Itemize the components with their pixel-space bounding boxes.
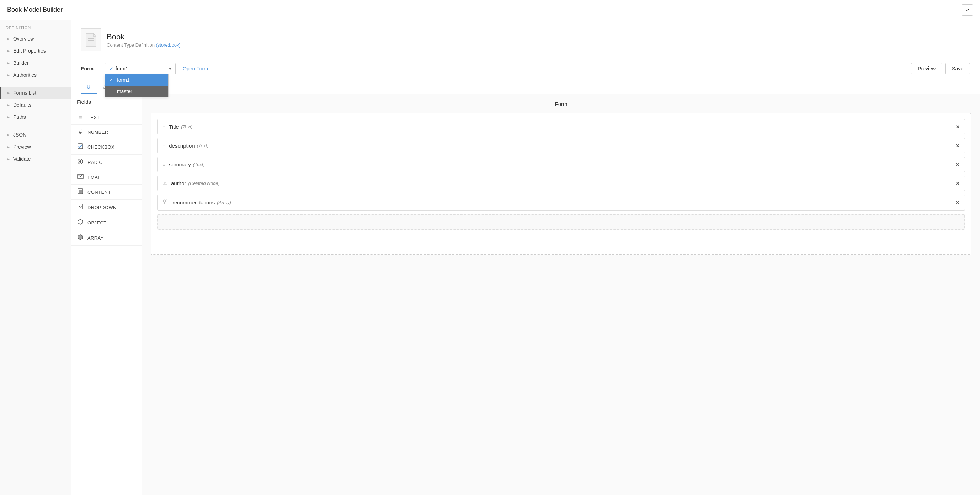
selected-option-label: form1 [116, 66, 128, 72]
sidebar-item-paths[interactable]: ► Paths [0, 111, 71, 123]
remove-field-button[interactable]: ✕ [956, 200, 960, 205]
form-dropdown[interactable]: ✓ form1 ▼ ✓ form1 ✓ master [105, 63, 176, 74]
field-name: recommendations [172, 199, 215, 205]
radio-icon [77, 159, 84, 166]
field-item-object[interactable]: OBJECT [71, 215, 142, 231]
table-row[interactable]: ≡ description (Text) ✕ [157, 138, 965, 153]
expand-icon: ↗ [965, 7, 969, 13]
field-item-text[interactable]: TEXT [71, 110, 142, 125]
app-title: Book Model Builder [7, 6, 63, 14]
svg-rect-11 [78, 204, 83, 209]
svg-point-5 [79, 161, 81, 162]
number-icon [77, 129, 84, 135]
table-row[interactable]: author (Related Node) ✕ [157, 176, 965, 191]
chevron-icon: ► [7, 61, 10, 65]
field-item-radio[interactable]: RADIO [71, 155, 142, 170]
svg-marker-13 [78, 235, 83, 240]
field-item-checkbox[interactable]: CHECKBOX [71, 139, 142, 155]
drag-handle-icon: ≡ [162, 162, 165, 167]
svg-point-18 [163, 200, 165, 202]
field-type: (Text) [193, 162, 205, 167]
table-row[interactable]: ≡ summary (Text) ✕ [157, 157, 965, 172]
svg-marker-12 [78, 220, 83, 224]
field-item-array[interactable]: ARRAY [71, 231, 142, 246]
sidebar-item-overview[interactable]: ► Overview [0, 33, 71, 45]
expand-button[interactable]: ↗ [961, 4, 973, 16]
sidebar-item-defaults[interactable]: ► Defaults [0, 99, 71, 111]
tab-ui[interactable]: UI [81, 80, 97, 94]
text-icon [77, 114, 84, 121]
preview-button[interactable]: Preview [911, 63, 942, 74]
field-item-dropdown[interactable]: DROPDOWN [71, 200, 142, 215]
field-item-content[interactable]: CONTENT [71, 185, 142, 200]
field-label: CHECKBOX [88, 144, 115, 150]
form-panel: Form ≡ Title (Text) ✕ ≡ description (Tex… [142, 94, 980, 495]
sidebar-item-label: Overview [13, 36, 34, 41]
field-label: TEXT [88, 115, 100, 120]
sidebar-item-validate[interactable]: ► Validate [0, 153, 71, 165]
sidebar-item-forms-list[interactable]: ► Forms List [0, 87, 71, 99]
chevron-icon: ► [7, 49, 10, 53]
chevron-icon: ► [7, 145, 10, 149]
field-name: summary [169, 161, 191, 167]
drag-handle-icon [162, 199, 169, 206]
sidebar: DEFINITION ► Overview ► Edit Properties … [0, 20, 71, 495]
chevron-icon: ► [7, 37, 10, 41]
field-label: CONTENT [88, 189, 111, 195]
sidebar-item-label: Validate [13, 156, 31, 162]
dropdown-icon [77, 204, 84, 211]
field-name: author [171, 180, 186, 186]
sidebar-item-label: Edit Properties [13, 48, 46, 54]
field-type: (Text) [197, 143, 209, 148]
remove-field-button[interactable]: ✕ [956, 162, 960, 167]
object-icon [77, 219, 84, 226]
save-button[interactable]: Save [945, 63, 970, 74]
field-type: (Text) [181, 124, 193, 129]
checkbox-icon [77, 143, 84, 150]
chevron-icon: ► [7, 115, 10, 119]
form-dropdown-menu: ✓ form1 ✓ master [105, 74, 169, 97]
sidebar-section-label: DEFINITION [0, 25, 71, 33]
content-type-icon [81, 29, 101, 51]
fields-panel: Fields TEXT NUMBER CHECKBOX [71, 94, 142, 495]
sidebar-item-json[interactable]: ► JSON [0, 129, 71, 141]
form-drop-area[interactable]: ≡ Title (Text) ✕ ≡ description (Text) ✕ [151, 113, 972, 255]
chevron-icon: ► [7, 157, 10, 161]
chevron-icon: ► [7, 103, 10, 107]
field-label: RADIO [88, 160, 103, 165]
field-label: DROPDOWN [88, 205, 117, 210]
field-name: Title [169, 124, 179, 130]
content-type-info: Book Content Type Definition (store:book… [107, 32, 181, 48]
dropdown-option-form1[interactable]: ✓ form1 [105, 74, 168, 86]
form-panel-header: Form [151, 101, 972, 107]
main-content: Book Content Type Definition (store:book… [71, 20, 980, 495]
remove-field-button[interactable]: ✕ [956, 124, 960, 130]
sidebar-item-authorities[interactable]: ► Authorities [0, 69, 71, 81]
field-label: ARRAY [88, 236, 104, 241]
dropdown-option-master[interactable]: ✓ master [105, 86, 168, 97]
svg-point-20 [164, 202, 166, 204]
svg-point-19 [165, 200, 167, 202]
form-label: Form [81, 66, 99, 72]
sidebar-item-label: Forms List [13, 90, 36, 95]
sidebar-item-label: Authorities [13, 72, 37, 78]
drag-handle-icon [162, 180, 167, 186]
drop-zone[interactable] [157, 214, 965, 230]
field-item-number[interactable]: NUMBER [71, 125, 142, 139]
sidebar-item-edit-properties[interactable]: ► Edit Properties [0, 45, 71, 57]
open-form-link[interactable]: Open Form [183, 66, 208, 72]
sidebar-item-builder[interactable]: ► Builder [0, 57, 71, 69]
remove-field-button[interactable]: ✕ [956, 181, 960, 186]
field-item-email[interactable]: EMAIL [71, 170, 142, 185]
sidebar-item-label: Defaults [13, 102, 31, 108]
content-type-subtitle: Content Type Definition (store:book) [107, 42, 181, 48]
store-ref-link[interactable]: (store:book) [156, 42, 181, 48]
table-row[interactable]: recommendations (Array) ✕ [157, 194, 965, 210]
table-row[interactable]: ≡ Title (Text) ✕ [157, 119, 965, 134]
field-label: EMAIL [88, 175, 102, 180]
drag-handle-icon: ≡ [162, 143, 165, 149]
array-icon [77, 234, 84, 242]
sidebar-item-preview[interactable]: ► Preview [0, 141, 71, 153]
sidebar-item-label: JSON [13, 132, 26, 138]
remove-field-button[interactable]: ✕ [956, 143, 960, 149]
